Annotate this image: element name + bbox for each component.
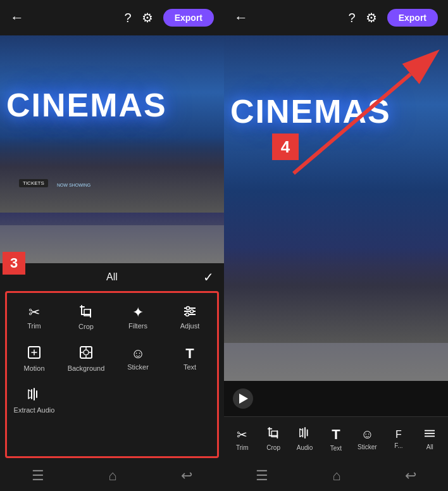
adjust-icon <box>183 306 197 320</box>
motion-icon <box>27 345 41 362</box>
tool-adjust[interactable]: Adjust <box>165 298 215 337</box>
right-tool-audio[interactable]: Audio <box>292 426 318 451</box>
text-icon: T <box>185 347 194 361</box>
right-audio-icon <box>299 426 311 442</box>
left-tools-check[interactable]: ✓ <box>203 270 214 285</box>
left-top-bar-icons: ? ⚙ Export <box>125 9 214 27</box>
left-tools-row1: ✂ Trim Crop ✦ Filters <box>9 298 215 337</box>
left-help-icon[interactable]: ? <box>125 11 132 25</box>
left-tools-grid-wrapper: ✂ Trim Crop ✦ Filters <box>5 291 219 458</box>
tool-sticker[interactable]: ☺ Sticker <box>113 339 163 378</box>
crop-label: Crop <box>78 323 94 330</box>
right-tools-bar: ✂ Trim Crop Audio T T <box>224 416 448 461</box>
right-all-label: All <box>426 444 433 451</box>
right-sticker-icon: ☺ <box>361 427 373 442</box>
tool-crop[interactable]: Crop <box>61 298 111 337</box>
right-tool-trim[interactable]: ✂ Trim <box>230 427 255 451</box>
left-tools-row3: Extract Audio <box>9 381 215 420</box>
background-label: Background <box>68 364 105 372</box>
left-bottom-nav: ☰ ⌂ ↩ <box>0 461 224 491</box>
left-nav-back-icon[interactable]: ↩ <box>181 468 192 484</box>
tool-extract-audio[interactable]: Extract Audio <box>9 381 59 420</box>
play-triangle-icon <box>239 394 248 404</box>
left-panel: ← ? ⚙ Export CINEMAS TICKETS NOW SHOWING… <box>0 0 224 491</box>
right-tool-crop[interactable]: Crop <box>261 426 286 451</box>
right-sticker-label: Sticker <box>358 444 377 451</box>
left-now-showing: NOW SHOWING <box>57 183 90 187</box>
sticker-label: Sticker <box>127 363 149 371</box>
tool-background[interactable]: Background <box>61 339 111 378</box>
adjust-label: Adjust <box>180 322 200 330</box>
right-nav-menu-icon[interactable]: ☰ <box>256 468 268 484</box>
svg-point-4 <box>187 306 190 309</box>
left-nav-menu-icon[interactable]: ☰ <box>32 468 44 484</box>
text-label: Text <box>184 363 196 371</box>
right-help-icon[interactable]: ? <box>349 11 356 25</box>
sticker-icon: ☺ <box>131 347 145 361</box>
right-export-button[interactable]: Export <box>387 9 438 27</box>
svg-point-5 <box>190 309 194 313</box>
trim-icon: ✂ <box>28 306 40 320</box>
left-tools-header: All ✓ <box>0 263 224 291</box>
right-f-label: F... <box>394 442 402 449</box>
left-tickets-sign: TICKETS <box>19 179 48 187</box>
left-video-preview: CINEMAS TICKETS NOW SHOWING <box>0 35 224 263</box>
right-tool-f[interactable]: F F... <box>386 429 411 449</box>
left-tools-title: All <box>106 271 118 283</box>
right-play-button[interactable] <box>233 388 253 409</box>
left-back-button[interactable]: ← <box>10 9 24 26</box>
right-trim-icon: ✂ <box>237 427 247 442</box>
right-panel: ← ? ⚙ Export CINEMAS 4 <box>224 0 448 491</box>
left-tools-section: 3 All ✓ ✂ Trim <box>0 263 224 461</box>
svg-point-9 <box>84 350 89 355</box>
right-nav-back-icon[interactable]: ↩ <box>405 468 416 484</box>
right-text-label: Text <box>330 445 342 452</box>
crop-icon <box>79 304 93 320</box>
right-text-icon: T <box>332 426 340 443</box>
trim-label: Trim <box>27 322 41 330</box>
right-top-bar-icons: ? ⚙ Export <box>349 9 438 27</box>
right-top-bar: ← ? ⚙ Export <box>224 0 448 35</box>
right-crop-label: Crop <box>266 444 280 451</box>
extract-audio-icon <box>27 387 41 404</box>
filters-icon: ✦ <box>132 306 144 320</box>
right-tool-all[interactable]: All <box>417 427 442 451</box>
right-video-preview: CINEMAS 4 <box>224 35 448 381</box>
right-bottom-nav: ☰ ⌂ ↩ <box>224 461 448 491</box>
badge-4: 4 <box>272 134 299 160</box>
right-settings-icon[interactable]: ⚙ <box>366 10 377 25</box>
background-icon <box>79 345 93 362</box>
right-back-button[interactable]: ← <box>234 9 248 26</box>
right-trim-label: Trim <box>236 444 249 451</box>
left-cinemas-text: CINEMAS <box>6 86 218 124</box>
tool-filters[interactable]: ✦ Filters <box>113 298 163 337</box>
right-tool-text[interactable]: T Text <box>323 426 349 452</box>
filters-label: Filters <box>128 322 147 330</box>
left-top-bar-left: ← <box>10 9 24 26</box>
left-nav-home-icon[interactable]: ⌂ <box>108 468 116 484</box>
left-export-button[interactable]: Export <box>163 9 214 27</box>
right-cinemas-text: CINEMAS <box>230 92 442 130</box>
badge-3: 3 <box>3 252 25 275</box>
right-f-icon: F <box>395 429 402 440</box>
left-tools-row2: Motion Background <box>9 339 215 378</box>
svg-point-6 <box>186 313 189 316</box>
right-audio-label: Audio <box>297 444 313 451</box>
extract-audio-label: Extract Audio <box>14 406 55 414</box>
tool-trim[interactable]: ✂ Trim <box>9 298 59 337</box>
left-top-bar: ← ? ⚙ Export <box>0 0 224 35</box>
left-settings-icon[interactable]: ⚙ <box>142 10 153 25</box>
right-play-area <box>224 381 448 416</box>
right-crop-icon <box>267 426 280 442</box>
tool-motion[interactable]: Motion <box>9 339 59 378</box>
right-tool-sticker[interactable]: ☺ Sticker <box>354 427 380 451</box>
right-all-icon <box>423 427 436 442</box>
tool-text[interactable]: T Text <box>165 339 215 378</box>
right-nav-home-icon[interactable]: ⌂ <box>332 468 340 484</box>
motion-label: Motion <box>23 364 44 372</box>
